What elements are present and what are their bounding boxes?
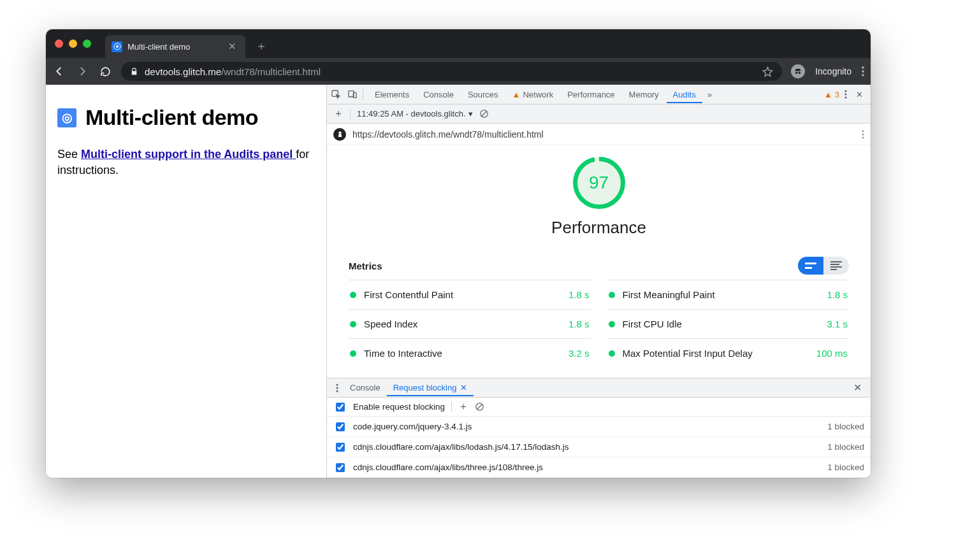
pattern-text: code.jquery.com/jquery-3.4.1.js	[353, 422, 821, 431]
svg-point-1	[116, 45, 119, 48]
svg-rect-17	[805, 262, 816, 264]
incognito-label: Incognito	[815, 66, 851, 76]
add-pattern-button[interactable]: ＋	[458, 400, 468, 413]
page-description: See Multi-client support in the Audits p…	[57, 147, 315, 178]
svg-rect-19	[830, 261, 842, 262]
inspect-element-icon[interactable]	[331, 89, 341, 99]
browser-tab[interactable]: Multi-client demo ✕	[105, 35, 245, 58]
devtools-settings-button[interactable]	[841, 90, 851, 99]
drawer-tab-console[interactable]: Console	[344, 379, 387, 396]
tab-memory[interactable]: Memory	[623, 86, 665, 103]
enable-blocking-label: Enable request blocking	[353, 402, 445, 412]
metric-row: Speed Index 1.8 s	[349, 309, 591, 338]
device-toolbar-icon[interactable]	[347, 89, 358, 99]
tab-performance[interactable]: Performance	[561, 86, 621, 103]
enable-blocking-checkbox[interactable]	[336, 403, 345, 412]
new-audit-button[interactable]: ＋	[333, 107, 344, 120]
svg-point-5	[862, 70, 864, 73]
tab-network[interactable]: ▲Network	[506, 86, 560, 103]
console-issues-badge[interactable]: ▲ 3	[824, 90, 839, 99]
devtools-close-button[interactable]: ✕	[852, 90, 867, 99]
tab-sources[interactable]: Sources	[461, 86, 505, 103]
drawer-menu-button[interactable]	[331, 384, 344, 392]
metric-row: First CPU Idle 3.1 s	[607, 309, 850, 338]
svg-point-2	[795, 72, 798, 75]
svg-point-3	[799, 72, 801, 75]
tab-elements[interactable]: Elements	[368, 86, 416, 103]
blocked-pattern-row[interactable]: code.jquery.com/jquery-3.4.1.js 1 blocke…	[327, 417, 871, 437]
window-fullscreen-button[interactable]	[83, 39, 91, 48]
drawer-close-button[interactable]: ✕	[848, 382, 867, 394]
metrics-header: Metrics	[349, 257, 849, 275]
tab-favicon-icon	[112, 41, 122, 52]
devtools-tab-bar: Elements Console Sources ▲Network Perfor…	[327, 85, 871, 104]
drawer-tab-bar: Console Request blocking ✕ ✕	[327, 378, 871, 398]
status-dot-icon	[609, 350, 615, 357]
lighthouse-icon	[333, 128, 346, 141]
view-toggle-expanded[interactable]	[823, 257, 849, 275]
window-close-button[interactable]	[55, 39, 63, 48]
pattern-checkbox[interactable]	[336, 422, 345, 431]
pattern-count: 1 blocked	[827, 463, 864, 472]
browser-tab-strip: Multi-client demo ✕ ＋	[46, 29, 871, 58]
metric-name: Time to Interactive	[364, 348, 561, 359]
tabs-overflow-button[interactable]: »	[704, 90, 716, 99]
svg-rect-21	[830, 266, 842, 268]
window-controls	[55, 39, 91, 48]
devtools-drawer: Console Request blocking ✕ ✕ Enable requ…	[327, 378, 871, 478]
tab-audits[interactable]: Audits	[667, 86, 702, 103]
browser-toolbar: devtools.glitch.me/wndt78/multiclient.ht…	[46, 58, 871, 85]
metrics-title: Metrics	[349, 261, 382, 271]
metric-name: First Contentful Paint	[364, 289, 561, 300]
svg-point-15	[862, 133, 864, 135]
warning-icon: ▲	[512, 90, 521, 99]
pattern-count: 1 blocked	[827, 422, 864, 431]
tab-title: Multi-client demo	[127, 42, 190, 52]
reload-button[interactable]	[98, 66, 112, 77]
address-bar[interactable]: devtools.glitch.me/wndt78/multiclient.ht…	[121, 62, 782, 81]
metric-name: First CPU Idle	[623, 319, 820, 329]
blocked-pattern-row[interactable]: cdnjs.cloudflare.com/ajax/libs/lodash.js…	[327, 437, 871, 457]
lock-icon	[130, 68, 138, 76]
metric-name: First Meaningful Paint	[623, 289, 820, 300]
svg-point-16	[862, 136, 864, 138]
page-help-link[interactable]: Multi-client support in the Audits panel	[81, 148, 296, 161]
bookmark-star-icon[interactable]	[762, 66, 773, 77]
tab-close-button[interactable]: ✕	[226, 41, 239, 52]
browser-menu-button[interactable]	[862, 66, 864, 76]
clear-patterns-button[interactable]	[475, 402, 484, 412]
svg-point-4	[862, 66, 864, 69]
svg-point-25	[336, 390, 338, 392]
gauge-ring: 97	[573, 157, 625, 209]
audit-run-dropdown[interactable]: 11:49:25 AM - devtools.glitch. ▾	[357, 109, 473, 118]
metric-row: Max Potential First Input Delay 100 ms	[607, 338, 850, 368]
page-content: ◎ Multi-client demo See Multi-client sup…	[46, 85, 326, 478]
svg-point-12	[844, 96, 846, 98]
pattern-checkbox[interactable]	[336, 463, 345, 472]
svg-point-23	[336, 384, 338, 385]
pattern-checkbox[interactable]	[336, 443, 345, 452]
clear-audits-button[interactable]	[479, 109, 489, 118]
forward-button[interactable]	[75, 66, 89, 77]
audit-report: 97 Performance Metrics	[327, 145, 871, 378]
content-area: ◎ Multi-client demo See Multi-client sup…	[46, 85, 871, 478]
close-icon[interactable]: ✕	[460, 383, 467, 392]
svg-point-24	[336, 387, 338, 389]
blocked-patterns-list: code.jquery.com/jquery-3.4.1.js 1 blocke…	[327, 417, 871, 478]
window-minimize-button[interactable]	[69, 39, 77, 48]
devtools-pane: Elements Console Sources ▲Network Perfor…	[326, 85, 871, 478]
blocked-pattern-row[interactable]: cdnjs.cloudflare.com/ajax/libs/three.js/…	[327, 457, 871, 478]
metrics-view-toggle[interactable]	[798, 257, 849, 275]
drawer-tab-request-blocking[interactable]: Request blocking ✕	[387, 379, 474, 396]
audit-report-menu[interactable]	[862, 130, 864, 139]
audits-toolbar: ＋ 11:49:25 AM - devtools.glitch. ▾	[327, 104, 871, 124]
new-tab-button[interactable]: ＋	[250, 38, 272, 54]
status-dot-icon	[350, 350, 356, 357]
browser-right-controls: Incognito	[791, 64, 864, 78]
metric-value: 100 ms	[816, 348, 848, 359]
view-toggle-compact[interactable]	[798, 257, 823, 275]
page-heading: ◎ Multi-client demo	[57, 105, 315, 130]
metric-row: First Meaningful Paint 1.8 s	[607, 280, 850, 309]
tab-console[interactable]: Console	[417, 86, 460, 103]
back-button[interactable]	[52, 66, 66, 77]
